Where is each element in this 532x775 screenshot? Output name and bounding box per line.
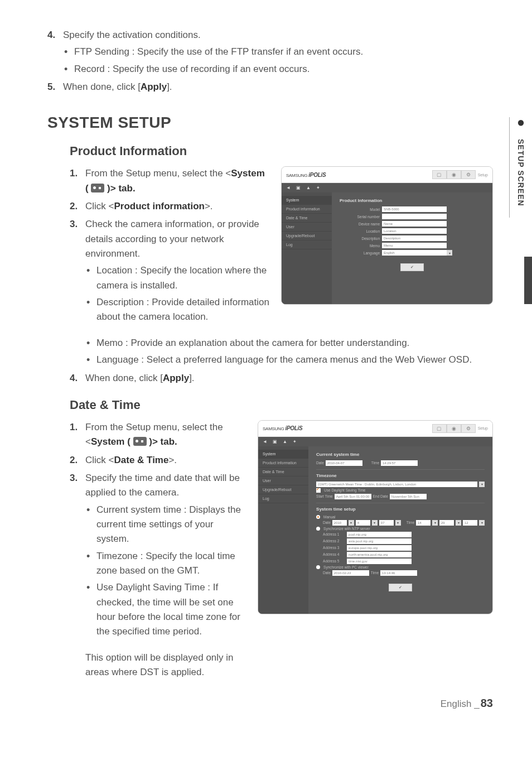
- input-sec[interactable]: 12: [463, 520, 477, 526]
- mock-header: SAMSUNGiPOLiS ▢ ◉ ⚙ Setup: [258, 421, 492, 437]
- sidebar-item-upgrade[interactable]: Upgrade/Reboot: [282, 232, 332, 240]
- setup-tab-icon[interactable]: ⚙: [461, 424, 476, 433]
- checkbox-dst[interactable]: [316, 488, 321, 493]
- sidebar-item-log[interactable]: Log: [258, 494, 308, 503]
- step-4: 4. Specify the activation conditions. FT…: [47, 28, 493, 76]
- product-info-label: Product information: [114, 201, 204, 211]
- mock-logo: SAMSUNGiPOLiS: [286, 172, 326, 178]
- setup-label: Setup: [478, 173, 488, 177]
- live-tab-icon[interactable]: ▢: [432, 170, 447, 179]
- apply-button[interactable]: ✔: [389, 584, 412, 591]
- step-num: 2.: [70, 453, 78, 468]
- page-footer: English _83: [441, 697, 493, 710]
- label-end: End Date: [373, 494, 388, 498]
- step-num: 3.: [70, 471, 78, 485]
- step-pre: From the Setup menu, select the <: [85, 168, 231, 179]
- step-text: Check the camera information, or provide…: [85, 219, 259, 259]
- select-timezone[interactable]: (GMT) Greenwich Mean Time : Dublin, Edin…: [316, 482, 477, 487]
- sidebar-item-user[interactable]: User: [258, 476, 308, 485]
- playback-tab-icon[interactable]: ◉: [447, 170, 461, 179]
- sidebar-item-system[interactable]: System: [258, 450, 308, 459]
- playback-tab-icon[interactable]: ◉: [447, 424, 461, 433]
- step-pre: Click <: [85, 455, 114, 465]
- step-post: )> tab.: [147, 436, 177, 447]
- date-time-screenshot: SAMSUNGiPOLiS ▢ ◉ ⚙ Setup ◄ ▣: [258, 420, 493, 614]
- sidebar-item-log[interactable]: Log: [282, 240, 332, 249]
- label-serial: Serial number: [340, 215, 382, 219]
- video-icon[interactable]: ◄: [263, 439, 267, 444]
- mock-main: Current system time Date 2010-04-07 Time…: [308, 446, 492, 614]
- label-pcdate: Date: [323, 571, 331, 575]
- apply-button[interactable]: ✔: [400, 263, 424, 271]
- label-device: Device name: [340, 222, 382, 226]
- chevron-down-icon[interactable]: ▾: [456, 520, 461, 526]
- input-addr3[interactable]: europe.pool.ntp.org: [347, 545, 412, 551]
- label-mtime: Time: [407, 521, 414, 524]
- step-text: Specify the activation conditions.: [63, 30, 201, 40]
- sidebar-item-datetime[interactable]: Date & Time: [282, 214, 332, 223]
- radio-pc[interactable]: [316, 565, 320, 569]
- dt-step-2: 2. Click <Date & Time>.: [70, 453, 246, 468]
- mock-logo: SAMSUNGiPOLiS: [263, 425, 302, 431]
- setup-tab-icon[interactable]: ⚙: [461, 170, 476, 179]
- radio-ntp[interactable]: [316, 527, 320, 531]
- label-sys-setup: System time setup: [316, 507, 485, 512]
- label-timezone: Timezone: [316, 473, 485, 478]
- setup-label: Setup: [478, 426, 488, 430]
- system-icon[interactable]: ✦: [293, 439, 297, 444]
- date-time-steps: 1. From the Setup menu, select the <Syst…: [70, 420, 246, 639]
- footer-sep: _: [474, 699, 479, 709]
- input-memo[interactable]: Memo: [382, 243, 447, 248]
- network-icon[interactable]: ▣: [273, 439, 277, 444]
- bullet-cursys: Current system time : Displays the curre…: [85, 503, 246, 547]
- chevron-down-icon[interactable]: ▾: [479, 520, 485, 526]
- sidebar-item-upgrade[interactable]: Upgrade/Reboot: [258, 485, 308, 494]
- chevron-down-icon[interactable]: ▾: [447, 250, 452, 256]
- chevron-down-icon[interactable]: ▾: [479, 482, 485, 487]
- product-info-steps: 1. From the Setup menu, select the <Syst…: [70, 166, 270, 324]
- input-month[interactable]: 4: [356, 520, 370, 526]
- step-num: 2.: [70, 199, 78, 214]
- input-device[interactable]: Name: [382, 221, 447, 227]
- input-min[interactable]: 29: [439, 520, 454, 526]
- label-description: Description: [340, 237, 382, 240]
- system-icon[interactable]: ✦: [316, 185, 320, 190]
- bullet-tz: Timezone : Specify the local time zone b…: [85, 549, 246, 579]
- input-description[interactable]: Description: [382, 235, 447, 241]
- chevron-down-icon[interactable]: ▾: [395, 520, 401, 526]
- input-location[interactable]: Location: [382, 228, 447, 234]
- sidebar-item-user[interactable]: User: [282, 223, 332, 232]
- video-icon[interactable]: ◄: [286, 185, 291, 190]
- chevron-down-icon[interactable]: ▾: [372, 520, 378, 526]
- label-manual: Manual: [323, 515, 335, 519]
- bullet-description: Description : Provide detailed informati…: [85, 295, 270, 325]
- input-addr4[interactable]: north-america.pool.ntp.org: [347, 552, 412, 557]
- input-addr1[interactable]: pool.ntp.org: [347, 532, 412, 537]
- sidebar-item-system[interactable]: System: [282, 196, 332, 205]
- chevron-down-icon[interactable]: ▾: [432, 520, 438, 526]
- radio-manual[interactable]: [316, 515, 320, 519]
- network-icon[interactable]: ▣: [296, 185, 301, 190]
- apply-label: Apply: [141, 81, 167, 92]
- mock-section-title: Product Information: [340, 198, 485, 203]
- input-addr5[interactable]: time.nist.gov: [347, 559, 412, 564]
- sidebar-item-product[interactable]: Product information: [282, 205, 332, 214]
- event-icon[interactable]: ▲: [306, 185, 311, 190]
- sidebar-item-product[interactable]: Product information: [258, 459, 308, 468]
- input-addr2[interactable]: asia.pool.ntp.org: [347, 538, 412, 544]
- product-info-screenshot: SAMSUNGiPOLiS ▢ ◉ ⚙ Setup ◄ ▣: [281, 166, 493, 305]
- select-language[interactable]: English: [382, 250, 447, 256]
- live-tab-icon[interactable]: ▢: [432, 424, 447, 433]
- input-serial: [382, 214, 447, 219]
- input-day[interactable]: 07: [379, 520, 394, 526]
- pi-step-3: 3. Check the camera information, or prov…: [70, 217, 270, 324]
- chevron-down-icon[interactable]: ▾: [349, 520, 354, 526]
- step-text: Specify the time and date that will be a…: [85, 473, 240, 498]
- mock-main: Product Information ModelSNB-5000 Serial…: [332, 192, 492, 304]
- input-hour[interactable]: 14: [416, 520, 431, 526]
- bullet-record: Record : Specify the use of recording if…: [63, 62, 493, 76]
- event-icon[interactable]: ▲: [283, 439, 287, 444]
- dst-note: This option will be displayed only in ar…: [85, 651, 246, 680]
- input-year[interactable]: 2010: [332, 520, 347, 526]
- sidebar-item-datetime[interactable]: Date & Time: [258, 468, 308, 476]
